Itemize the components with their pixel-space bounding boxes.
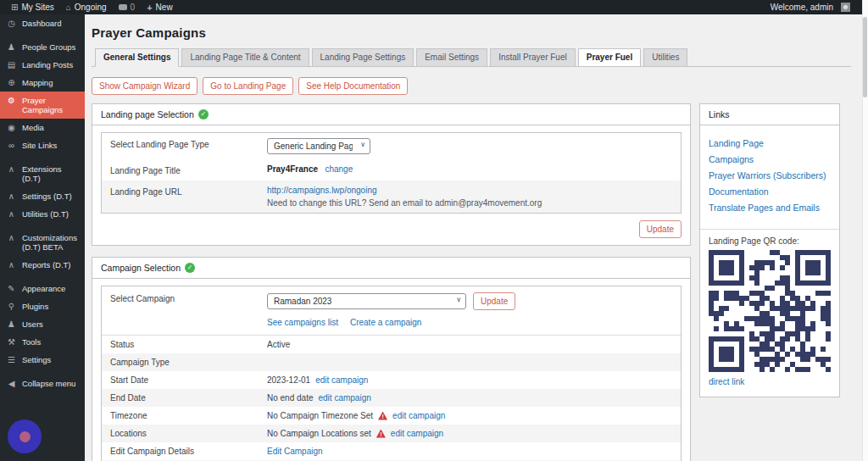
sidebar-item-utilities-dt[interactable]: ∧Utilities (D.T) bbox=[0, 205, 85, 223]
campaign-update-button[interactable]: Update bbox=[473, 292, 515, 310]
extensions-dt-icon: ∧ bbox=[7, 164, 16, 174]
comments-menu[interactable]: 0 bbox=[113, 0, 142, 14]
sidebar-item-reports-dt[interactable]: ∧Reports (D.T) bbox=[0, 256, 85, 274]
prayer-warriors-subscribers--link[interactable]: Prayer Warriors (Subscribers) bbox=[709, 170, 831, 181]
sidebar-item-plugins[interactable]: ⚲Plugins bbox=[0, 297, 85, 315]
sidebar-item-extensions-dt[interactable]: ∧Extensions (D.T) bbox=[0, 160, 85, 187]
landing-page-link[interactable]: Landing Page bbox=[709, 138, 831, 148]
tab-prayer-fuel[interactable]: Prayer Fuel bbox=[578, 48, 641, 67]
landing-type-row: Select Landing Page Type Generic Landing… bbox=[102, 133, 681, 159]
sidebar-item-label: Utilities (D.T) bbox=[22, 209, 69, 219]
row-value-text: No Campaign Locations set bbox=[267, 429, 371, 438]
people-groups-icon: ♟ bbox=[7, 42, 16, 52]
campaign-select[interactable]: Ramadan 2023 bbox=[267, 293, 466, 309]
landing-page-type-select[interactable]: Generic Landing Page bbox=[267, 138, 370, 154]
see-campaigns-list-link[interactable]: See campaigns list bbox=[267, 318, 338, 327]
create-campaign-link[interactable]: Create a campaign bbox=[350, 318, 422, 327]
sidebar-item-prayer-campaigns[interactable]: ⚙Prayer Campaigns bbox=[0, 92, 85, 119]
translate-pages-and-emails-link[interactable]: Translate Pages and Emails bbox=[709, 203, 831, 213]
scrollbar-track[interactable] bbox=[862, 0, 868, 461]
appearance-icon: ✎ bbox=[7, 284, 16, 293]
warning-icon: ! bbox=[376, 430, 386, 438]
go-to-landing-page-button[interactable]: Go to Landing Page bbox=[203, 77, 293, 95]
sidebar-item-landing-posts[interactable]: ▤Landing Posts bbox=[0, 56, 85, 74]
sidebar-item-label: Users bbox=[22, 319, 43, 329]
main-content: Prayer Campaigns General SettingsLanding… bbox=[85, 14, 868, 461]
sidebar-item-site-links[interactable]: ∞Site Links bbox=[0, 136, 85, 154]
sidebar-item-settings[interactable]: ☰Settings bbox=[0, 351, 85, 369]
avatar: ☻ bbox=[841, 3, 850, 12]
sidebar-item-tools[interactable]: ⚒Tools bbox=[0, 333, 85, 351]
documentation-link[interactable]: Documentation bbox=[709, 186, 831, 197]
show-campaign-wizard-button[interactable]: Show Campaign Wizard bbox=[92, 77, 198, 95]
tab-email-settings[interactable]: Email Settings bbox=[416, 48, 487, 67]
landing-page-title-value: Pray4France bbox=[267, 164, 318, 174]
landing-page-qr-code bbox=[709, 250, 831, 372]
sidebar-item-label: Plugins bbox=[22, 302, 48, 311]
tab-general-settings[interactable]: General Settings bbox=[95, 48, 179, 67]
qr-code-label: Landing Page QR code: bbox=[709, 236, 831, 246]
row-link[interactable]: edit campaign bbox=[392, 411, 445, 420]
sidebar-item-appearance[interactable]: ✎Appearance bbox=[0, 280, 85, 297]
new-label: New bbox=[156, 3, 173, 12]
sidebar-item-collapse-menu[interactable]: ◀Collapse menu bbox=[0, 375, 85, 392]
row-link[interactable]: edit campaign bbox=[315, 375, 368, 385]
landing-page-url-link[interactable]: http://campaigns.lwp/ongoing bbox=[267, 186, 377, 195]
sidebar-item-users[interactable]: ♟Users bbox=[0, 315, 85, 333]
tab-landing-page-settings[interactable]: Landing Page Settings bbox=[312, 48, 415, 67]
mapping-icon: ⊕ bbox=[7, 78, 16, 87]
row-value: No end dateedit campaign bbox=[267, 393, 672, 403]
plugins-icon: ⚲ bbox=[7, 302, 16, 311]
my-sites-menu[interactable]: ⊞ My Sites bbox=[5, 0, 60, 14]
sidebar-item-customizations-dt[interactable]: ∧Customizations (D.T) BETA bbox=[0, 229, 85, 256]
row-value-text: Active bbox=[267, 340, 290, 349]
new-content-menu[interactable]: + New bbox=[141, 0, 178, 14]
row-label: Status bbox=[110, 340, 267, 349]
sidebar-item-label: Media bbox=[22, 123, 44, 132]
sidebar-item-people-groups[interactable]: ♟People Groups bbox=[0, 38, 85, 56]
floating-action-button[interactable] bbox=[8, 419, 42, 453]
sidebar-item-dashboard[interactable]: ◷Dashboard bbox=[0, 14, 85, 32]
media-icon: ◉ bbox=[7, 123, 16, 132]
sidebar: ◷Dashboard♟People Groups▤Landing Posts⊕M… bbox=[0, 14, 85, 461]
success-check-icon: ✓ bbox=[198, 109, 209, 119]
see-help-documentation-button[interactable]: See Help Documentation bbox=[298, 77, 408, 95]
collapse-menu-icon: ◀ bbox=[7, 379, 16, 388]
welcome-label: Welcome, admin bbox=[771, 3, 833, 12]
scrollbar-thumb[interactable] bbox=[863, 17, 867, 97]
row-link[interactable]: edit campaign bbox=[319, 393, 371, 403]
site-home-menu[interactable]: ⌂ Ongoing bbox=[60, 0, 113, 14]
row-label: Landing Page URL bbox=[110, 186, 267, 197]
qr-direct-link[interactable]: direct link bbox=[709, 377, 744, 386]
sidebar-item-label: Tools bbox=[22, 337, 41, 347]
comment-icon bbox=[119, 4, 127, 10]
sidebar-item-mapping[interactable]: ⊕Mapping bbox=[0, 74, 85, 92]
landing-url-row: Landing Page URL http://campaigns.lwp/on… bbox=[102, 181, 681, 213]
row-label: Locations bbox=[110, 429, 267, 438]
row-value: Edit Campaign bbox=[267, 447, 672, 456]
campaigns-link[interactable]: Campaigns bbox=[709, 154, 831, 164]
admin-bar: ⊞ My Sites ⌂ Ongoing 0 + New Welcome, ad… bbox=[0, 0, 868, 14]
url-change-note: Need to change this URL? Send an email t… bbox=[267, 198, 672, 208]
tab-bar: General SettingsLanding Page Title & Con… bbox=[92, 48, 851, 67]
tab-landing-page-title-content[interactable]: Landing Page Title & Content bbox=[181, 48, 309, 67]
row-label: Select Landing Page Type bbox=[110, 138, 267, 149]
tab-install-prayer-fuel[interactable]: Install Prayer Fuel bbox=[490, 48, 576, 67]
landing-page-type-select-wrap: Generic Landing Page bbox=[267, 138, 370, 154]
account-menu[interactable]: Welcome, admin ☻ bbox=[765, 0, 856, 14]
campaign-select-wrap: Ramadan 2023 bbox=[267, 293, 466, 309]
dashboard-icon: ◷ bbox=[7, 19, 16, 28]
change-title-link[interactable]: change bbox=[325, 164, 353, 174]
sidebar-item-settings-dt[interactable]: ∧Settings (D.T) bbox=[0, 187, 85, 205]
tab-utilities[interactable]: Utilities bbox=[643, 48, 687, 67]
sidebar-item-label: Mapping bbox=[22, 78, 53, 87]
warning-icon: ! bbox=[378, 412, 387, 420]
utilities-dt-icon: ∧ bbox=[7, 209, 16, 219]
success-check-icon: ✓ bbox=[185, 263, 195, 273]
sidebar-item-media[interactable]: ◉Media bbox=[0, 119, 85, 136]
sidebar-menu: ◷Dashboard♟People Groups▤Landing Posts⊕M… bbox=[0, 14, 85, 392]
row-value-text: 2023-12-01 bbox=[267, 375, 310, 385]
landing-update-button[interactable]: Update bbox=[639, 220, 682, 238]
row-link[interactable]: edit campaign bbox=[391, 429, 443, 438]
row-link[interactable]: Edit Campaign bbox=[267, 447, 323, 456]
